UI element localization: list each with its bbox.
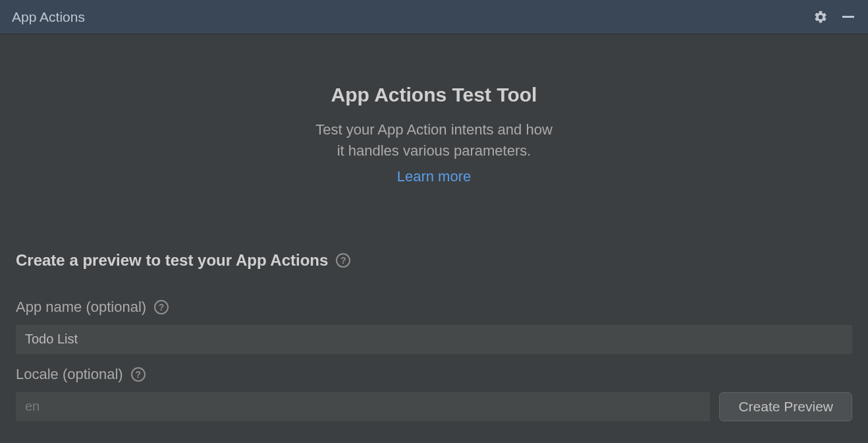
help-icon[interactable]: ? [336, 253, 350, 268]
app-name-label: App name (optional) [16, 299, 146, 316]
minimize-icon[interactable] [840, 9, 856, 25]
hero-title: App Actions Test Tool [16, 84, 852, 106]
create-preview-button[interactable]: Create Preview [719, 392, 852, 421]
help-icon[interactable]: ? [131, 367, 146, 382]
app-name-field: App name (optional) ? [16, 299, 852, 354]
learn-more-link[interactable]: Learn more [397, 168, 472, 185]
hero-section: App Actions Test Tool Test your App Acti… [16, 34, 852, 251]
hero-description: Test your App Action intents and how it … [16, 119, 852, 162]
locale-label: Locale (optional) [16, 366, 123, 383]
app-name-input[interactable] [16, 325, 852, 354]
titlebar: App Actions [0, 0, 868, 34]
main-content: App Actions Test Tool Test your App Acti… [0, 34, 868, 443]
app-name-label-row: App name (optional) ? [16, 299, 852, 316]
locale-label-row: Locale (optional) ? [16, 366, 852, 383]
locale-field: Locale (optional) ? Create Preview [16, 366, 852, 421]
locale-input-row: Create Preview [16, 392, 852, 421]
titlebar-actions [813, 9, 856, 25]
panel-title: App Actions [12, 9, 85, 25]
locale-input[interactable] [16, 392, 710, 421]
section-title: Create a preview to test your App Action… [16, 251, 328, 270]
gear-icon[interactable] [813, 9, 828, 25]
help-icon[interactable]: ? [154, 300, 169, 314]
section-header: Create a preview to test your App Action… [16, 251, 852, 270]
